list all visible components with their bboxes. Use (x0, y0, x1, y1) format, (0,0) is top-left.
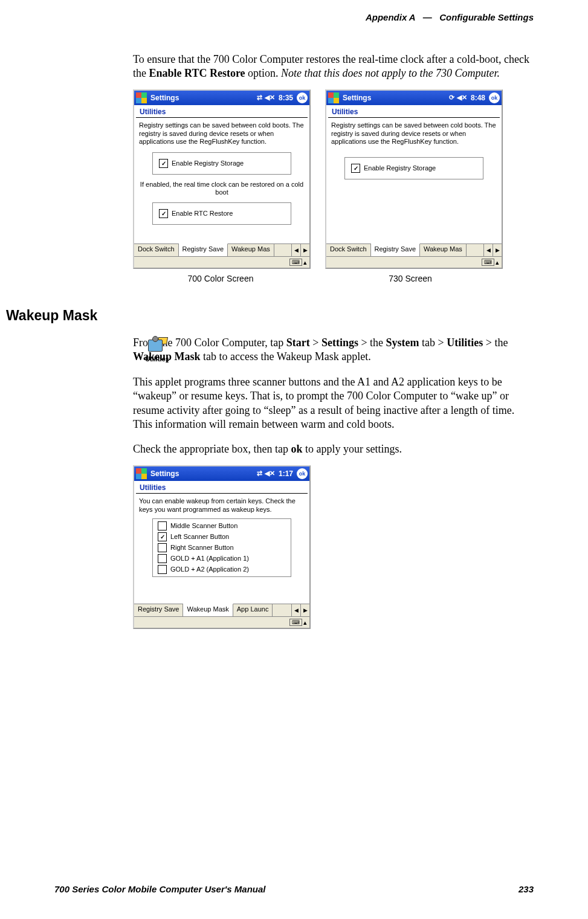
rtc-note: If enabled, the real time clock can be r… (139, 181, 305, 196)
wakeup-keys-list: Middle Scanner Button ✓ Left Scanner But… (152, 518, 291, 577)
screenshot-730: Settings ⟳ ◀✕ 8:48 ok Utilities Registry… (325, 89, 503, 269)
rtc-group: ✓ Enable RTC Restore (152, 202, 291, 225)
enable-rtc-checkbox[interactable]: ✓ Enable RTC Restore (159, 209, 285, 218)
utilities-icon-block: Utilities (139, 336, 175, 363)
applet-title: Utilities (328, 105, 500, 118)
gold-a1-checkbox[interactable]: GOLD + A1 (Application 1) (153, 553, 291, 564)
page-footer: 700 Series Color Mobile Computer User's … (54, 884, 534, 894)
left-scanner-checkbox[interactable]: ✓ Left Scanner Button (153, 532, 291, 542)
enable-registry-checkbox[interactable]: ✓ Enable Registry Storage (351, 164, 477, 173)
description-text: You can enable wakeup from certain keys.… (139, 497, 305, 514)
checkbox-icon: ✓ (158, 532, 167, 541)
checkbox-label: GOLD + A2 (Application 2) (170, 566, 249, 574)
sip-arrow-icon[interactable]: ▴ (303, 259, 307, 266)
checkbox-icon (158, 554, 167, 563)
page-header: Appendix A — Configurable Settings (54, 12, 534, 22)
middle-scanner-checkbox[interactable]: Middle Scanner Button (153, 521, 291, 531)
keyboard-icon[interactable]: ⌨ (289, 259, 302, 266)
start-icon[interactable] (328, 92, 339, 103)
checkbox-icon (158, 543, 167, 552)
checkbox-label: Enable Registry Storage (364, 164, 436, 173)
registry-group: ✓ Enable Registry Storage (344, 157, 483, 179)
tab-wakeup-mask[interactable]: Wakeup Mas (228, 244, 274, 256)
speaker-icon[interactable]: ◀✕ (265, 94, 275, 102)
tab-registry-save[interactable]: Registry Save (179, 243, 228, 256)
tab-registry-save[interactable]: Registry Save (134, 604, 183, 616)
sip-bar: ⌨ ▴ (134, 256, 309, 268)
gold-a2-checkbox[interactable]: GOLD + A2 (Application 2) (153, 564, 291, 575)
tab-dock-switch[interactable]: Dock Switch (134, 244, 179, 256)
tab-wakeup-mask[interactable]: Wakeup Mas (420, 244, 467, 256)
registry-group: ✓ Enable Registry Storage (152, 152, 291, 175)
checkbox-label: Middle Scanner Button (170, 522, 237, 530)
checkbox-icon (158, 565, 167, 574)
checkbox-label: Enable Registry Storage (172, 160, 244, 168)
right-scanner-checkbox[interactable]: Right Scanner Button (153, 543, 291, 553)
ok-button[interactable]: ok (489, 92, 500, 103)
footer-page-number: 233 (519, 884, 534, 894)
description-text: Registry settings can be saved between c… (331, 121, 497, 146)
applet-title: Utilities (136, 481, 308, 494)
checkbox-icon: ✓ (351, 164, 360, 173)
intro-paragraph: To ensure that the 700 Color Computer re… (133, 53, 534, 81)
screenshot-wakeup-mask: Settings ⇄ ◀✕ 1:17 ok Utilities You can … (133, 465, 311, 630)
sip-arrow-icon[interactable]: ▴ (303, 619, 307, 627)
tab-scroll-left-icon[interactable]: ◀ (483, 244, 493, 256)
titlebar: Settings ⇄ ◀✕ 8:35 ok (134, 91, 309, 105)
screenshot-700-color: Settings ⇄ ◀✕ 8:35 ok Utilities Registry… (133, 89, 311, 269)
connectivity-icon[interactable]: ⇄ (257, 94, 262, 102)
checkbox-label: Left Scanner Button (170, 533, 229, 541)
tab-registry-save[interactable]: Registry Save (371, 243, 420, 256)
caption-730: 730 Screen (323, 274, 498, 283)
start-icon[interactable] (136, 468, 147, 479)
tab-scroll-left-icon[interactable]: ◀ (291, 604, 300, 616)
clock-text: 8:48 (471, 94, 485, 102)
ok-button[interactable]: ok (297, 468, 308, 479)
keyboard-icon[interactable]: ⌨ (289, 619, 302, 626)
tab-scroll-left-icon[interactable]: ◀ (291, 244, 300, 256)
tab-bar: Registry Save Wakeup Mask App Launc ◀ ▶ (134, 604, 309, 616)
utilities-icon (146, 336, 169, 354)
header-dash: — (423, 12, 432, 22)
tab-scroll-right-icon[interactable]: ▶ (493, 244, 502, 256)
sip-bar: ⌨ ▴ (134, 616, 309, 628)
window-title: Settings (150, 469, 256, 478)
section-heading-wakeup: Wakeup Mask (6, 308, 534, 324)
utilities-icon-label: Utilities (139, 355, 175, 363)
sip-arrow-icon[interactable]: ▴ (496, 259, 499, 266)
sync-icon[interactable]: ⟳ (449, 94, 454, 102)
header-appendix: Appendix A (366, 12, 415, 22)
footer-manual-title: 700 Series Color Mobile Computer User's … (54, 884, 266, 894)
tab-bar: Dock Switch Registry Save Wakeup Mas ◀ ▶ (326, 243, 502, 256)
speaker-icon[interactable]: ◀✕ (457, 94, 467, 102)
connectivity-icon[interactable]: ⇄ (257, 469, 262, 477)
ok-button[interactable]: ok (297, 92, 308, 103)
clock-text: 8:35 (279, 94, 293, 102)
checkbox-icon (158, 521, 167, 530)
tab-app-launch[interactable]: App Launc (233, 604, 273, 616)
tab-scroll-right-icon[interactable]: ▶ (300, 244, 309, 256)
checkbox-icon: ✓ (159, 159, 168, 168)
keyboard-icon[interactable]: ⌨ (482, 259, 494, 266)
titlebar: Settings ⟳ ◀✕ 8:48 ok (326, 91, 502, 105)
speaker-icon[interactable]: ◀✕ (265, 469, 275, 477)
wakeup-para-2: This applet programs three scanner butto… (133, 375, 534, 432)
tab-scroll-right-icon[interactable]: ▶ (300, 604, 309, 616)
description-text: Registry settings can be saved between c… (139, 121, 305, 146)
clock-text: 1:17 (279, 469, 293, 478)
enable-registry-checkbox[interactable]: ✓ Enable Registry Storage (159, 159, 285, 168)
applet-title: Utilities (136, 105, 308, 118)
wakeup-para-1: From the 700 Color Computer, tap Start >… (133, 336, 534, 364)
caption-700: 700 Color Screen (133, 274, 308, 283)
tab-dock-switch[interactable]: Dock Switch (326, 244, 371, 256)
start-icon[interactable] (136, 92, 147, 103)
window-title: Settings (150, 94, 256, 102)
checkbox-icon: ✓ (159, 209, 168, 218)
checkbox-label: Enable RTC Restore (172, 210, 233, 218)
titlebar: Settings ⇄ ◀✕ 1:17 ok (134, 466, 309, 481)
checkbox-label: Right Scanner Button (170, 544, 234, 552)
window-title: Settings (343, 94, 448, 102)
sip-bar: ⌨ ▴ (326, 256, 502, 268)
checkbox-label: GOLD + A1 (Application 1) (170, 555, 249, 563)
tab-wakeup-mask[interactable]: Wakeup Mask (183, 604, 233, 616)
